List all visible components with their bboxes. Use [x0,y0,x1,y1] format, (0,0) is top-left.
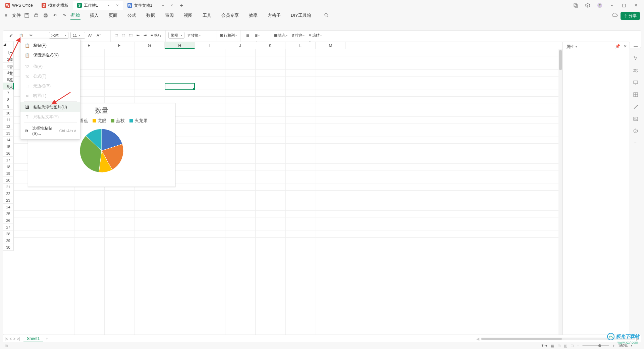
collapse-icon[interactable]: — [632,43,639,50]
view-split-icon[interactable]: ◫ [564,344,567,348]
selected-cell[interactable] [165,83,195,90]
tab-tools[interactable]: 工具 [202,11,212,20]
zoom-dropdown[interactable]: ▾ [631,344,632,347]
tab-formula[interactable]: 公式 [127,11,137,20]
row-header[interactable]: 23 [3,197,14,204]
tab-fangge[interactable]: 方格子 [267,11,281,20]
row-header[interactable]: 20 [3,177,14,184]
sheet-nav[interactable]: |<<>>| [5,337,20,341]
tab-efficiency[interactable]: 效率 [248,11,258,20]
tab-diy[interactable]: DIY工具箱 [290,11,312,20]
maximize-button[interactable] [620,1,628,9]
mode-icon[interactable]: ⊞ [5,344,8,348]
fill-handle[interactable] [193,88,195,90]
share-button[interactable]: ⇪ 分享 [621,12,640,20]
indent-inc-button[interactable]: ⇥ [143,33,148,38]
indent-dec-button[interactable]: ⇤ [136,33,141,38]
sort-button[interactable]: ⇵排序▾ [290,33,306,38]
row-header[interactable]: 25 [3,210,14,217]
row-header[interactable]: 17 [3,157,14,163]
row-header[interactable]: 22 [3,190,14,197]
number-format-select[interactable]: 常规▾ [168,32,184,39]
col-header-M[interactable]: M [316,42,346,49]
col-header-J[interactable]: J [225,42,255,49]
cut-button[interactable]: ✂ [27,32,35,38]
tab-data[interactable]: 数据 [146,11,156,20]
align-bot-button[interactable]: ⬚ [128,33,133,38]
col-header-H[interactable]: H [165,42,195,49]
minimize-button[interactable]: － [608,1,616,9]
scroll-thumb[interactable] [481,338,562,340]
row-header[interactable]: 7 [3,90,14,96]
row-header[interactable]: 8 [3,96,14,103]
zoom-slider[interactable] [582,345,609,346]
menu-keep-source[interactable]: 📋保留源格式(K) [20,50,80,60]
convert-button[interactable]: ⇄转换▾ [186,33,202,38]
zoom-thumb[interactable] [598,344,601,347]
cell[interactable]: 荔 [8,77,14,84]
decrease-font-button[interactable]: A⁻ [96,33,102,38]
menu-paste[interactable]: 📋粘贴(P) [20,41,80,50]
tab-home[interactable]: 开始 [70,11,80,20]
grid[interactable]: 1234567891011121314151617181920212223242… [3,49,558,335]
ruler-icon[interactable] [632,103,639,110]
scroll-thumb[interactable] [559,50,562,70]
menu-paste-special[interactable]: ⧉选择性粘贴(S)...Ctrl+Alt+V [20,123,80,138]
screen-icon[interactable] [632,79,639,86]
hscroll-left[interactable]: ◀ [476,337,479,341]
row-col-button[interactable]: ⊞行和列▾ [219,33,238,38]
cube-icon[interactable] [584,1,592,9]
align-mid-button[interactable]: ⬚ [121,33,126,38]
font-name-select[interactable]: 宋体▾ [49,32,68,39]
pin-icon[interactable]: 📌 [615,44,620,49]
zoom-in-button[interactable]: + [612,344,614,348]
row-header[interactable]: 24 [3,204,14,210]
col-header-L[interactable]: L [285,42,316,49]
col-header-I[interactable]: I [195,42,225,49]
tab-workbook[interactable]: S 工作簿1 × [73,1,123,10]
add-sheet-button[interactable]: ＋ [45,336,49,342]
row-header[interactable]: 15 [3,143,14,150]
select-tool-icon[interactable] [632,55,639,62]
font-size-select[interactable]: 11▾ [70,32,85,39]
fill-button[interactable]: ▦填充▾ [273,33,288,38]
row-header[interactable]: 16 [3,150,14,157]
col-header-K[interactable]: K [255,42,285,49]
row-header[interactable]: 26 [3,217,14,224]
vertical-scrollbar[interactable] [558,49,562,335]
align-top-button[interactable]: ⬚ [113,33,119,38]
row-header[interactable]: 10 [3,110,14,116]
row-header[interactable]: 13 [3,130,14,137]
wrap-button[interactable]: ↵换行 [150,33,163,38]
help-icon[interactable] [632,128,639,134]
row-header[interactable]: 30 [3,244,14,251]
cell[interactable]: 香 [8,63,14,70]
view-normal-icon[interactable]: ▦ [551,344,554,348]
image-tool-icon[interactable] [632,115,639,122]
close-button[interactable]: ✕ [632,1,640,9]
row-header[interactable]: 21 [3,184,14,190]
row-header[interactable]: 29 [3,237,14,244]
app-tab[interactable]: W WPS Office [1,1,37,10]
row-header[interactable]: 18 [3,163,14,170]
increase-font-button[interactable]: A⁺ [87,33,94,38]
grid-tool-icon[interactable] [632,91,639,98]
view-custom-icon[interactable]: ⊡ [571,344,574,348]
search-icon[interactable] [324,13,329,18]
more-icon[interactable]: ⋯ [632,140,639,146]
tab-member[interactable]: 会员专享 [221,11,239,20]
close-icon[interactable]: × [116,3,118,8]
format-table-button[interactable]: ⊞▾ [254,33,261,38]
view-page-icon[interactable]: ⊞ [557,344,560,348]
eye-icon[interactable]: 👁 ▾ [541,344,547,348]
tab-view[interactable]: 视图 [183,11,193,20]
tab-review[interactable]: 审阅 [164,11,174,20]
cloud-icon[interactable] [612,13,618,18]
sheet-tab[interactable]: Sheet1 [23,336,43,342]
cell[interactable]: 龙 [8,70,14,77]
freeze-button[interactable]: ❄冻结▾ [308,33,323,38]
window-copy-icon[interactable] [572,1,580,9]
tab-page[interactable]: 页面 [108,11,118,20]
tab-insert[interactable]: 插入 [89,11,99,20]
close-icon[interactable]: ✕ [624,44,627,49]
